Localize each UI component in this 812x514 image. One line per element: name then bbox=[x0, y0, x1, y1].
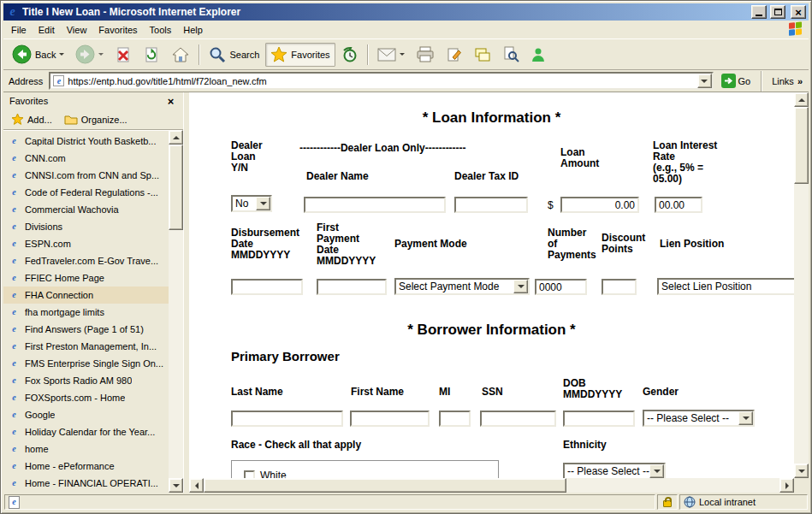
links-button[interactable]: Links » bbox=[769, 76, 805, 86]
favorite-item[interactable]: FedTraveler.com E-Gov Trave... bbox=[3, 252, 169, 269]
page-hscroll-thumb[interactable] bbox=[204, 478, 566, 493]
race-white-checkbox[interactable] bbox=[244, 470, 255, 479]
mail-button[interactable] bbox=[372, 44, 410, 65]
page-vscroll-track[interactable] bbox=[794, 107, 809, 464]
menu-item[interactable]: Favorites bbox=[92, 22, 143, 38]
favorite-item[interactable]: Divisions bbox=[3, 218, 169, 235]
discount-points-input[interactable] bbox=[602, 279, 637, 295]
favorite-item[interactable]: Capital District Youth Basketb... bbox=[3, 133, 169, 150]
favorite-item[interactable]: ESPN.com bbox=[3, 235, 169, 252]
favorites-scroll-thumb[interactable] bbox=[169, 145, 183, 230]
page-scroll-down-button[interactable] bbox=[794, 464, 809, 478]
favorites-button[interactable]: Favorites bbox=[265, 43, 335, 67]
payment-mode-select-arrow[interactable] bbox=[513, 280, 528, 293]
dealer-loan-select-arrow[interactable] bbox=[256, 197, 270, 210]
favorite-item[interactable]: FFIEC Home Page bbox=[3, 269, 169, 287]
favorite-item[interactable]: CNN.com bbox=[3, 150, 169, 167]
menu-item[interactable]: View bbox=[61, 22, 93, 38]
payment-mode-select[interactable]: Select Payment Mode bbox=[394, 278, 530, 295]
add-favorite-label: Add... bbox=[27, 115, 52, 125]
first-name-input[interactable] bbox=[350, 411, 430, 427]
research-button[interactable] bbox=[497, 43, 525, 66]
stop-button[interactable] bbox=[110, 43, 137, 67]
dealer-name-input[interactable] bbox=[304, 197, 446, 213]
research-icon bbox=[502, 46, 519, 62]
favorite-item[interactable]: home bbox=[3, 440, 169, 458]
favorite-item[interactable]: Home - FINANCIAL OPERATI... bbox=[3, 475, 169, 492]
back-dropdown-icon[interactable] bbox=[59, 53, 64, 56]
back-button[interactable]: Back bbox=[7, 41, 69, 68]
favorites-add-button[interactable]: Add... bbox=[9, 111, 55, 127]
menu-item[interactable]: File bbox=[5, 22, 33, 38]
page-hscroll-track[interactable] bbox=[204, 478, 779, 493]
dob-label: DOB MMDDYYYY bbox=[563, 378, 622, 400]
messenger-button[interactable] bbox=[525, 44, 551, 66]
favorite-item[interactable]: Home - ePeformance bbox=[3, 458, 169, 475]
mi-input[interactable] bbox=[439, 411, 471, 427]
favorites-organize-button[interactable]: Organize... bbox=[62, 112, 130, 127]
minimize-button[interactable] bbox=[751, 5, 767, 19]
favorite-item[interactable]: CNNSI.com from CNN and Sp... bbox=[3, 167, 169, 184]
favorite-item[interactable]: fha mortgage limits bbox=[3, 304, 169, 321]
last-name-input[interactable] bbox=[231, 411, 343, 427]
gender-select-arrow[interactable] bbox=[738, 411, 753, 425]
page-scroll-left-button[interactable] bbox=[189, 478, 204, 493]
gender-select[interactable]: -- Please Select -- bbox=[643, 410, 755, 427]
search-button[interactable]: Search bbox=[204, 43, 264, 67]
dob-input[interactable] bbox=[563, 411, 635, 427]
favorite-item[interactable]: Code of Federal Regulations -... bbox=[3, 184, 169, 201]
print-button[interactable] bbox=[411, 43, 440, 66]
menu-item[interactable]: Help bbox=[177, 22, 209, 38]
favorite-item[interactable]: FHA Connection bbox=[3, 287, 169, 304]
refresh-button[interactable] bbox=[138, 43, 165, 67]
disbursement-date-input[interactable] bbox=[231, 279, 303, 295]
favorite-item[interactable]: Fox Sports Radio AM 980 bbox=[3, 372, 169, 389]
loan-amount-input[interactable] bbox=[560, 197, 639, 213]
menu-item[interactable]: Tools bbox=[144, 22, 178, 38]
ie-window-icon bbox=[6, 6, 19, 19]
dealer-tax-id-input[interactable] bbox=[454, 197, 528, 213]
page-vscroll-thumb[interactable] bbox=[794, 107, 809, 184]
favorites-scrollbar[interactable] bbox=[169, 130, 183, 493]
mail-dropdown-icon[interactable] bbox=[400, 53, 405, 56]
links-chevron-icon[interactable]: » bbox=[797, 76, 803, 86]
address-dropdown-button[interactable] bbox=[697, 74, 712, 88]
go-button[interactable]: Go bbox=[718, 72, 755, 90]
edit-button[interactable] bbox=[441, 44, 468, 66]
dealer-loan-select[interactable]: No bbox=[231, 195, 272, 212]
forward-dropdown-icon[interactable] bbox=[98, 53, 104, 56]
history-button[interactable] bbox=[336, 43, 364, 67]
loan-interest-input[interactable] bbox=[655, 197, 702, 213]
address-combo[interactable]: https://entp.hud.gov/title1/html/f72loan… bbox=[49, 72, 713, 90]
favorite-item[interactable]: Google bbox=[3, 406, 169, 423]
favorites-scroll-track[interactable] bbox=[169, 145, 183, 478]
first-payment-date-input[interactable] bbox=[317, 279, 387, 295]
page-horizontal-scrollbar[interactable] bbox=[189, 478, 794, 493]
menu-item[interactable]: Edit bbox=[33, 22, 61, 38]
favorites-close-icon[interactable] bbox=[164, 95, 177, 108]
close-button[interactable] bbox=[791, 5, 806, 19]
maximize-button[interactable] bbox=[770, 5, 785, 19]
sidebar-splitter[interactable] bbox=[183, 92, 189, 493]
ethnicity-select-arrow[interactable] bbox=[649, 464, 664, 478]
discuss-button[interactable] bbox=[469, 44, 496, 66]
favorite-item[interactable]: Holiday Calendar for the Year... bbox=[3, 423, 169, 440]
page-vertical-scrollbar[interactable] bbox=[794, 92, 809, 478]
favorites-scroll-down-button[interactable] bbox=[169, 478, 183, 493]
page-scroll-right-button[interactable] bbox=[779, 478, 794, 493]
address-url[interactable]: https://entp.hud.gov/title1/html/f72loan… bbox=[68, 76, 693, 86]
ethnicity-select[interactable]: -- Please Select -- bbox=[563, 463, 666, 478]
lien-position-select[interactable]: Select Lien Position bbox=[657, 278, 794, 295]
favorite-item[interactable]: Find Answers (Page 1 of 51) bbox=[3, 321, 169, 338]
forward-button[interactable] bbox=[70, 41, 109, 68]
favorite-item[interactable]: Commercial Wachovia bbox=[3, 201, 169, 218]
ssn-input[interactable] bbox=[480, 411, 556, 427]
favorite-item[interactable]: FMS Enterprise Single Sign On... bbox=[3, 355, 169, 372]
home-button[interactable] bbox=[166, 43, 195, 67]
number-of-payments-input[interactable] bbox=[535, 279, 587, 295]
favorite-item[interactable]: FOXSports.com - Home bbox=[3, 389, 169, 406]
page-scroll-up-button[interactable] bbox=[794, 92, 809, 107]
currency-symbol: $ bbox=[548, 199, 554, 211]
favorite-item[interactable]: First Preston Management, In... bbox=[3, 338, 169, 355]
favorites-scroll-up-button[interactable] bbox=[169, 130, 183, 145]
